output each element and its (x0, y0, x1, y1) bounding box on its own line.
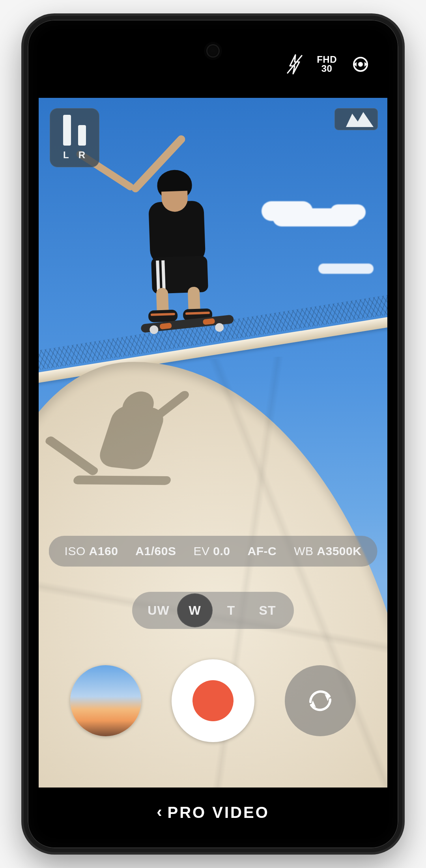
lens-w[interactable]: W (177, 593, 213, 627)
audio-bars-icon (63, 115, 86, 146)
ev-setting[interactable]: EV 0.0 (193, 544, 230, 558)
resolution-line2: 30 (317, 64, 337, 73)
histogram-icon (339, 111, 374, 127)
audio-left-label: L (63, 150, 70, 161)
cloud (318, 264, 374, 274)
record-button[interactable] (172, 659, 254, 742)
ev-label: EV (193, 544, 209, 557)
volume-down-button[interactable] (24, 312, 25, 371)
svg-marker-4 (339, 112, 374, 127)
wb-setting[interactable]: WB A3500K (294, 544, 361, 558)
lens-t[interactable]: T (213, 593, 249, 627)
lens-st[interactable]: ST (250, 593, 285, 627)
screen: FHD 30 (39, 31, 387, 837)
cloud (273, 208, 359, 226)
svg-point-1 (358, 62, 363, 67)
flash-off-icon[interactable] (286, 54, 303, 75)
audio-levels-button[interactable]: L R (50, 108, 99, 167)
gallery-thumbnail[interactable] (70, 665, 141, 736)
iso-label: ISO (65, 544, 86, 557)
motion-photo-icon[interactable] (350, 54, 371, 75)
switch-camera-icon (303, 684, 337, 718)
mode-bar[interactable]: ‹ PRO VIDEO (39, 788, 387, 837)
capture-row (39, 657, 387, 744)
subject-skateboarder (109, 137, 233, 311)
shutter-value: A1/60S (135, 544, 176, 557)
ev-value: 0.0 (213, 544, 230, 557)
pro-settings-bar: ISO A160 A1/60S EV 0.0 AF-C WB A3500K (49, 536, 377, 567)
af-value: AF-C (248, 544, 277, 557)
switch-camera-button[interactable] (285, 665, 356, 736)
power-button[interactable] (401, 343, 402, 438)
audio-lr-labels: L R (63, 150, 86, 161)
shutter-setting[interactable]: A1/60S (135, 544, 176, 558)
audio-right-label: R (78, 150, 86, 161)
iso-setting[interactable]: ISO A160 (65, 544, 118, 558)
wb-label: WB (294, 544, 313, 557)
lens-uw[interactable]: UW (141, 593, 176, 627)
mode-label: PRO VIDEO (168, 804, 269, 821)
volume-up-button[interactable] (24, 241, 25, 300)
front-camera-punchhole (206, 44, 220, 58)
lens-selector: UW W T ST (132, 592, 294, 629)
chevron-left-icon: ‹ (157, 803, 162, 821)
histogram-button[interactable] (334, 108, 378, 130)
wb-value: A3500K (317, 544, 361, 557)
top-toolbar: FHD 30 (39, 31, 387, 98)
iso-value: A160 (89, 544, 118, 557)
af-setting[interactable]: AF-C (248, 544, 277, 558)
phone-frame: FHD 30 (24, 16, 402, 852)
viewfinder[interactable]: L R ISO A160 A1/60S EV (39, 98, 387, 788)
resolution-badge[interactable]: FHD 30 (317, 55, 337, 73)
